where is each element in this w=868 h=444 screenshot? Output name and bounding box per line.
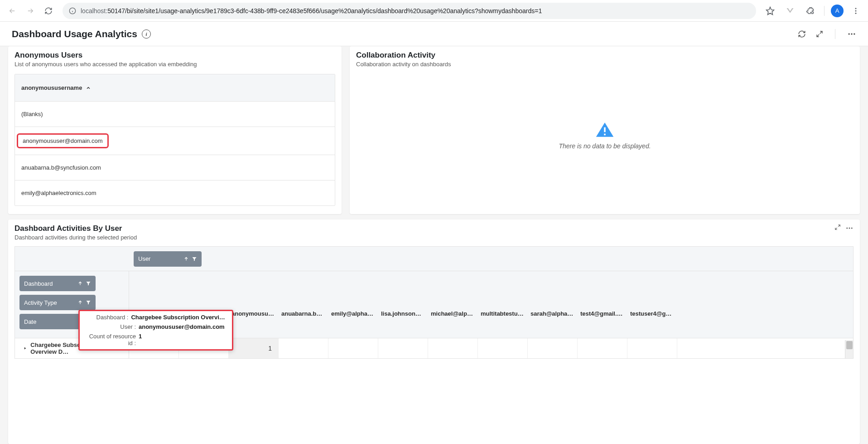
- forward-button[interactable]: [23, 3, 38, 19]
- data-cell[interactable]: [378, 338, 428, 358]
- filter-icon[interactable]: [86, 281, 91, 286]
- site-info-icon[interactable]: [69, 7, 76, 15]
- bookmark-star-icon[interactable]: [762, 3, 778, 19]
- table-row[interactable]: emily@alphaelectronics.com: [15, 181, 335, 205]
- maximize-widget-icon[interactable]: [834, 224, 841, 232]
- column-header[interactable]: anonymoususe…: [229, 310, 279, 338]
- column-header[interactable]: anonymoususername: [15, 74, 335, 102]
- widget-more-icon[interactable]: [845, 224, 854, 232]
- collaboration-activity-card: Collaboration Activity Collaboration act…: [350, 46, 860, 214]
- widget-subtitle: Collaboration activity on dashboards: [356, 61, 854, 68]
- data-cell[interactable]: [578, 338, 627, 358]
- column-header[interactable]: testuser4@gm…: [627, 310, 677, 338]
- widget-title: Dashboard Activities By User: [14, 224, 137, 233]
- page-title: Dashboard Usage Analytics: [12, 29, 137, 39]
- browser-menu-icon[interactable]: [848, 3, 863, 19]
- data-cell[interactable]: 1: [229, 338, 279, 358]
- svg-point-9: [854, 33, 855, 34]
- extensions-puzzle-icon[interactable]: [802, 3, 818, 19]
- browser-toolbar: localhost:50147/bi/site/site1/usage-anal…: [0, 0, 868, 22]
- column-header[interactable]: sarah@alphael…: [528, 310, 578, 338]
- separator: [824, 6, 825, 16]
- column-header[interactable]: test4@gmail.c…: [578, 310, 627, 338]
- refresh-dashboard-icon[interactable]: [798, 30, 806, 38]
- svg-point-5: [855, 10, 857, 11]
- column-header[interactable]: anuabarna.b@…: [279, 310, 328, 338]
- sort-icon[interactable]: [183, 256, 189, 262]
- column-label: anonymoususername: [21, 84, 82, 91]
- column-header[interactable]: multitabtestus…: [478, 310, 528, 338]
- data-cell[interactable]: [528, 338, 578, 358]
- svg-rect-11: [604, 134, 606, 136]
- svg-point-6: [855, 12, 857, 14]
- extension-v-icon[interactable]: [782, 3, 798, 19]
- dashboard-field-pill[interactable]: Dashboard: [19, 276, 96, 291]
- separator: [835, 29, 835, 39]
- fullscreen-icon[interactable]: [816, 30, 823, 38]
- data-cell[interactable]: [279, 338, 328, 358]
- anonymous-users-card: Anonymous Users List of anonymous users …: [8, 46, 342, 214]
- scrollbar[interactable]: [845, 340, 853, 358]
- page-header: Dashboard Usage Analytics i: [0, 22, 868, 46]
- empty-message: There is no data to be displayed.: [559, 142, 651, 150]
- widget-title: Collaboration Activity: [356, 51, 854, 60]
- url-text: localhost:50147/bi/site/site1/usage-anal…: [81, 7, 542, 15]
- activities-by-user-card: Dashboard Activities By User Dashboard a…: [8, 220, 860, 444]
- svg-point-4: [855, 8, 857, 9]
- reload-button[interactable]: [41, 3, 56, 19]
- svg-point-13: [849, 228, 850, 229]
- widget-title: Anonymous Users: [14, 51, 335, 60]
- profile-avatar[interactable]: A: [831, 5, 844, 17]
- pivot-grid[interactable]: User DashboardActivity TypeDate Chargebe…: [14, 246, 854, 359]
- svg-marker-3: [767, 7, 774, 15]
- sort-icon[interactable]: [77, 300, 83, 305]
- widget-subtitle: List of anonymous users who accessed the…: [14, 61, 335, 68]
- warning-icon: [595, 122, 614, 138]
- sort-asc-icon: [86, 85, 91, 91]
- sort-icon[interactable]: [77, 281, 83, 286]
- svg-point-7: [849, 33, 850, 34]
- expand-icon[interactable]: [23, 346, 27, 351]
- filter-icon[interactable]: [86, 300, 91, 305]
- table-row[interactable]: (Blanks): [15, 102, 335, 127]
- activity-type-field-pill[interactable]: Activity Type: [19, 295, 96, 310]
- back-button[interactable]: [5, 3, 20, 19]
- svg-point-8: [851, 33, 852, 34]
- empty-state: There is no data to be displayed.: [350, 81, 860, 190]
- data-tooltip: Dashboard :Chargebee Subscription Overvi…: [129, 310, 233, 351]
- column-header[interactable]: lisa.johnson@b…: [378, 310, 428, 338]
- svg-rect-10: [604, 127, 606, 132]
- filter-icon[interactable]: [192, 256, 197, 262]
- more-menu-icon[interactable]: [847, 29, 856, 39]
- address-bar[interactable]: localhost:50147/bi/site/site1/usage-anal…: [63, 3, 756, 19]
- data-cell[interactable]: [627, 338, 677, 358]
- anonymous-users-table: anonymoususername (Blanks)anonymoususer@…: [14, 74, 335, 206]
- data-cell[interactable]: [328, 338, 378, 358]
- user-field-pill[interactable]: User: [134, 251, 202, 267]
- content-area: Anonymous Users List of anonymous users …: [0, 46, 868, 444]
- table-row[interactable]: anonymoususer@domain.com: [15, 127, 335, 155]
- widget-subtitle: Dashboard activities during the selected…: [14, 234, 137, 241]
- svg-point-14: [851, 228, 853, 229]
- column-header[interactable]: emily@alphael…: [328, 310, 378, 338]
- highlighted-cell: anonymoususer@domain.com: [17, 133, 109, 148]
- column-header[interactable]: michael@alpha…: [428, 310, 478, 338]
- data-cell[interactable]: [478, 338, 528, 358]
- info-icon[interactable]: i: [142, 29, 151, 39]
- svg-point-12: [846, 228, 848, 229]
- data-cell[interactable]: [428, 338, 478, 358]
- table-row[interactable]: anuabarna.b@syncfusion.com: [15, 155, 335, 181]
